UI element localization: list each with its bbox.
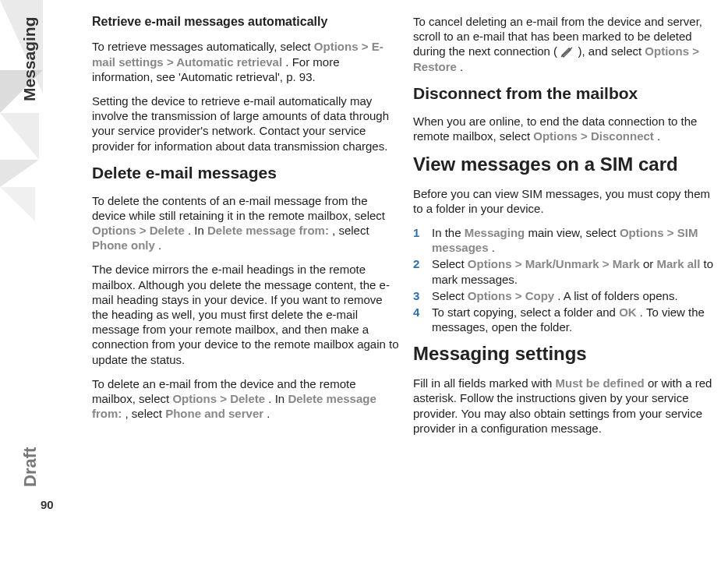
content-columns: Retrieve e-mail messages automatically T… (92, 8, 720, 445)
ui-label-options: Options (172, 392, 217, 405)
decoration-triangle (0, 160, 39, 187)
heading-sim: View messages on a SIM card (413, 153, 720, 177)
decoration-triangle (0, 113, 39, 160)
separator: > (667, 226, 677, 239)
text: To retrieve messages automatically, sele… (92, 40, 314, 53)
ui-label-copy: Copy (525, 289, 555, 302)
ui-label-phone-and-server: Phone and server (165, 407, 263, 420)
ui-label-mark-all: Mark all (657, 257, 701, 270)
paragraph: Fill in all fields marked with Must be d… (413, 376, 720, 436)
ui-label-delete: Delete (150, 224, 185, 237)
column-right: To cancel deleting an e-mail from the de… (413, 8, 720, 445)
side-tab-draft: Draft (20, 447, 41, 487)
text: . A list of folders opens. (557, 289, 677, 302)
separator: > (692, 44, 699, 58)
text: Fill in all fields marked with (413, 376, 556, 390)
text: or (643, 257, 657, 270)
svg-line-0 (561, 48, 572, 57)
page-number: 90 (41, 498, 54, 511)
list-item: 3 Select Options > Copy . A list of fold… (413, 288, 720, 303)
pencil-strike-icon (560, 47, 574, 58)
ui-label-options: Options (92, 224, 136, 237)
ui-label-options: Options (468, 257, 512, 270)
text: . (158, 238, 161, 252)
ui-label-delete: Delete (230, 392, 265, 405)
text: . (657, 129, 660, 143)
separator: > (603, 257, 613, 270)
ui-label-restore: Restore (413, 60, 457, 73)
text: , select (125, 407, 166, 420)
ui-label-disconnect: Disconnect (591, 129, 654, 143)
text: , select (332, 224, 369, 237)
ui-label-options: Options (620, 226, 664, 239)
ui-label-options: Options (314, 40, 359, 53)
text: main view, select (528, 226, 620, 239)
paragraph: To delete the contents of an e-mail mess… (92, 193, 399, 253)
paragraph: Setting the device to retrieve e-mail au… (92, 94, 399, 154)
paragraph: To cancel deleting an e-mail from the de… (413, 14, 720, 74)
ui-label-options: Options (645, 44, 689, 58)
separator: > (362, 40, 372, 53)
list-body: Select Options > Mark/Unmark > Mark or M… (432, 256, 720, 286)
separator: > (581, 129, 591, 143)
list-number: 3 (413, 288, 432, 303)
list-body: Select Options > Copy . A list of folder… (432, 288, 720, 303)
heading-retrieve: Retrieve e-mail messages automatically (92, 14, 399, 30)
paragraph: To retrieve messages automatically, sele… (92, 39, 399, 84)
paragraph: To delete an e-mail from the device and … (92, 376, 399, 422)
heading-delete: Delete e-mail messages (92, 163, 399, 184)
separator: > (167, 55, 176, 69)
ui-label-ok: OK (619, 305, 637, 319)
text: To start copying, select a folder and (432, 305, 619, 319)
ui-label-automatic-retrieval: Automatic retrieval (176, 55, 282, 69)
list-number: 1 (413, 225, 432, 255)
text: ), and select (578, 44, 645, 58)
ordered-list: 1 In the Messaging main view, select Opt… (413, 225, 720, 334)
separator: > (140, 224, 150, 237)
separator: > (515, 257, 525, 270)
text: Select (432, 257, 468, 270)
ui-label-options: Options (533, 129, 578, 143)
list-body: In the Messaging main view, select Optio… (432, 225, 720, 255)
list-number: 2 (413, 256, 432, 286)
text: . In (268, 392, 288, 405)
paragraph: When you are online, to end the data con… (413, 114, 720, 143)
ui-label-options: Options (468, 289, 512, 302)
ui-label-delete-from: Delete message from: (207, 224, 329, 237)
paragraph: Before you can view SIM messages, you mu… (413, 186, 720, 216)
text: In the (432, 226, 465, 239)
text: . (492, 241, 495, 254)
heading-disconnect: Disconnect from the mailbox (413, 83, 720, 104)
list-body: To start copying, select a folder and OK… (432, 305, 720, 334)
heading-messaging-settings: Messaging settings (413, 342, 720, 366)
ui-label-mark: Mark (613, 257, 640, 270)
list-item: 1 In the Messaging main view, select Opt… (413, 225, 720, 255)
separator: > (515, 289, 525, 302)
list-item: 4 To start copying, select a folder and … (413, 305, 720, 334)
text: To delete the contents of an e-mail mess… (92, 194, 385, 222)
list-number: 4 (413, 305, 432, 334)
decoration-triangle (0, 187, 35, 221)
ui-label-messaging: Messaging (465, 226, 525, 239)
text: Select (432, 289, 468, 302)
text: . (267, 407, 270, 420)
text: . (460, 60, 463, 73)
list-item: 2 Select Options > Mark/Unmark > Mark or… (413, 256, 720, 286)
ui-label-mark-unmark: Mark/Unmark (525, 257, 599, 270)
text: . In (188, 224, 207, 237)
ui-label-phone-only: Phone only (92, 238, 155, 252)
separator: > (220, 392, 230, 405)
column-left: Retrieve e-mail messages automatically T… (92, 8, 399, 445)
side-tab-messaging: Messaging (20, 16, 39, 101)
ui-label-must-be-defined: Must be defined (556, 376, 645, 390)
paragraph: The device mirrors the e-mail headings i… (92, 262, 399, 366)
